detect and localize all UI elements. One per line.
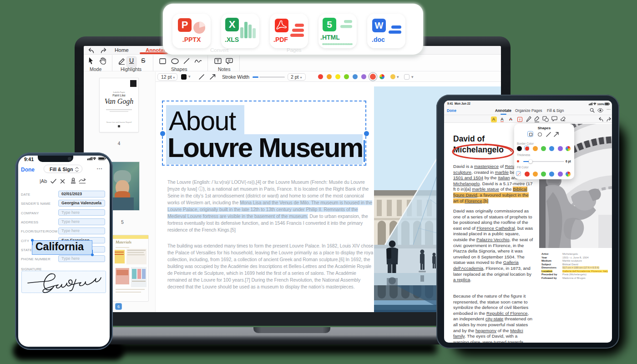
svg-text:100%: 100% — [597, 103, 605, 106]
